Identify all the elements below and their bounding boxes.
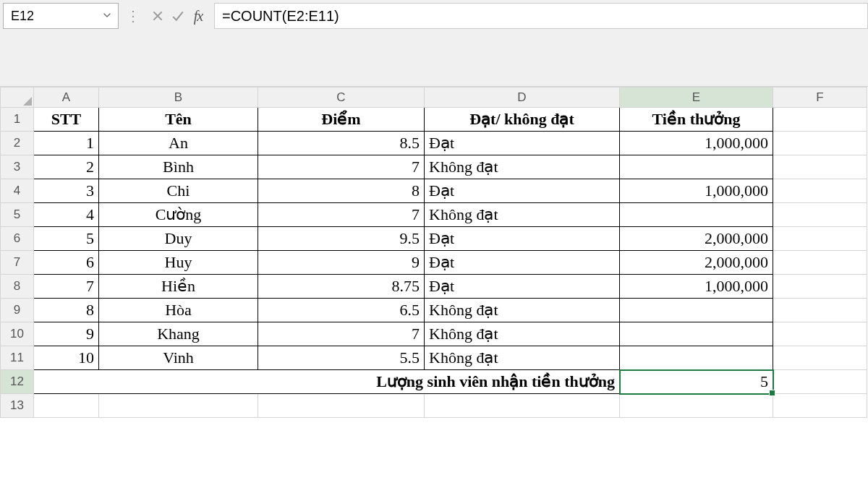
header-stt[interactable]: STT xyxy=(34,108,99,132)
header-diem[interactable]: Điểm xyxy=(258,108,425,132)
cell-tien[interactable] xyxy=(620,299,773,322)
cell[interactable] xyxy=(258,394,425,418)
cell-stt[interactable]: 3 xyxy=(34,179,99,203)
cell[interactable] xyxy=(773,275,867,299)
cell-stt[interactable]: 1 xyxy=(34,132,99,155)
col-header-C[interactable]: C xyxy=(258,87,425,108)
row-header[interactable]: 2 xyxy=(1,132,34,155)
col-header-D[interactable]: D xyxy=(425,87,620,108)
cell-diem[interactable]: 7 xyxy=(258,203,425,227)
header-ten[interactable]: Tên xyxy=(99,108,258,132)
cell-stt[interactable]: 9 xyxy=(34,322,99,346)
cell-dat[interactable]: Không đạt xyxy=(425,155,620,179)
header-dat[interactable]: Đạt/ không đạt xyxy=(425,108,620,132)
cell-ten[interactable]: Huy xyxy=(99,251,258,275)
cell-stt[interactable]: 5 xyxy=(34,227,99,251)
cell-dat[interactable]: Đạt xyxy=(425,179,620,203)
cell-diem[interactable]: 8 xyxy=(258,179,425,203)
cell[interactable] xyxy=(773,322,867,346)
row-header[interactable]: 1 xyxy=(1,108,34,132)
cell-tien[interactable] xyxy=(620,346,773,370)
cell[interactable] xyxy=(773,227,867,251)
cell-ten[interactable]: Chi xyxy=(99,179,258,203)
cell-ten[interactable]: An xyxy=(99,132,258,155)
cell-stt[interactable]: 2 xyxy=(34,155,99,179)
cell[interactable] xyxy=(773,155,867,179)
cell-dat[interactable]: Đạt xyxy=(425,132,620,155)
cell-tien[interactable]: 1,000,000 xyxy=(620,132,773,155)
row-header[interactable]: 10 xyxy=(1,322,34,346)
row-header[interactable]: 4 xyxy=(1,179,34,203)
cancel-icon[interactable] xyxy=(148,3,168,29)
cell-diem[interactable]: 9 xyxy=(258,251,425,275)
cell-dat[interactable]: Không đạt xyxy=(425,203,620,227)
cell-dat[interactable]: Đạt xyxy=(425,251,620,275)
cell[interactable] xyxy=(34,394,99,418)
cell[interactable] xyxy=(773,346,867,370)
cell-ten[interactable]: Hòa xyxy=(99,299,258,322)
cell-stt[interactable]: 8 xyxy=(34,299,99,322)
cell-diem[interactable]: 8.75 xyxy=(258,275,425,299)
col-header-A[interactable]: A xyxy=(34,87,99,108)
row-header[interactable]: 12 xyxy=(1,370,34,394)
cell-stt[interactable]: 7 xyxy=(34,275,99,299)
summary-label[interactable]: Lượng sinh viên nhận tiền thưởng xyxy=(34,370,620,394)
formula-input[interactable]: =COUNT(E2:E11) xyxy=(214,3,868,29)
cell-tien[interactable] xyxy=(620,203,773,227)
chevron-down-icon[interactable] xyxy=(102,9,112,24)
cell-diem[interactable]: 7 xyxy=(258,155,425,179)
spreadsheet-grid[interactable]: A B C D E F 1 STT Tên Điểm Đạt/ không đạ… xyxy=(0,87,868,418)
fx-icon[interactable]: fx xyxy=(188,3,208,29)
cell[interactable] xyxy=(773,132,867,155)
cell-diem[interactable]: 7 xyxy=(258,322,425,346)
name-box[interactable]: E12 xyxy=(3,3,119,29)
cell[interactable] xyxy=(773,251,867,275)
select-all-corner[interactable] xyxy=(1,87,34,108)
cell-dat[interactable]: Không đạt xyxy=(425,346,620,370)
row-header[interactable]: 3 xyxy=(1,155,34,179)
header-tien[interactable]: Tiền thưởng xyxy=(620,108,773,132)
cell-tien[interactable]: 2,000,000 xyxy=(620,227,773,251)
cell[interactable] xyxy=(773,394,867,418)
cell[interactable] xyxy=(425,394,620,418)
cell-diem[interactable]: 6.5 xyxy=(258,299,425,322)
cell-ten[interactable]: Cường xyxy=(99,203,258,227)
cell[interactable] xyxy=(773,370,867,394)
cell[interactable] xyxy=(773,299,867,322)
row-header[interactable]: 9 xyxy=(1,299,34,322)
cell-stt[interactable]: 6 xyxy=(34,251,99,275)
cell-tien[interactable] xyxy=(620,155,773,179)
cell-ten[interactable]: Khang xyxy=(99,322,258,346)
cell-ten[interactable]: Hiền xyxy=(99,275,258,299)
row-header[interactable]: 11 xyxy=(1,346,34,370)
cell-tien[interactable]: 1,000,000 xyxy=(620,275,773,299)
cell-dat[interactable]: Không đạt xyxy=(425,322,620,346)
cell-diem[interactable]: 9.5 xyxy=(258,227,425,251)
cell-tien[interactable]: 1,000,000 xyxy=(620,179,773,203)
cell-stt[interactable]: 4 xyxy=(34,203,99,227)
summary-value[interactable]: 5 xyxy=(620,370,773,394)
row-header[interactable]: 7 xyxy=(1,251,34,275)
cell-diem[interactable]: 5.5 xyxy=(258,346,425,370)
row-header[interactable]: 6 xyxy=(1,227,34,251)
col-header-E[interactable]: E xyxy=(620,87,773,108)
row-header[interactable]: 5 xyxy=(1,203,34,227)
cell-ten[interactable]: Duy xyxy=(99,227,258,251)
cell-stt[interactable]: 10 xyxy=(34,346,99,370)
enter-icon[interactable] xyxy=(168,3,188,29)
cell-diem[interactable]: 8.5 xyxy=(258,132,425,155)
cell[interactable] xyxy=(99,394,258,418)
cell[interactable] xyxy=(773,108,867,132)
row-header[interactable]: 13 xyxy=(1,394,34,418)
cell-ten[interactable]: Vinh xyxy=(99,346,258,370)
cell[interactable] xyxy=(773,203,867,227)
cell-dat[interactable]: Đạt xyxy=(425,275,620,299)
cell[interactable] xyxy=(773,179,867,203)
cell-ten[interactable]: Bình xyxy=(99,155,258,179)
row-header[interactable]: 8 xyxy=(1,275,34,299)
col-header-F[interactable]: F xyxy=(773,87,867,108)
col-header-B[interactable]: B xyxy=(99,87,258,108)
cell-tien[interactable]: 2,000,000 xyxy=(620,251,773,275)
cell-dat[interactable]: Đạt xyxy=(425,227,620,251)
cell-tien[interactable] xyxy=(620,322,773,346)
